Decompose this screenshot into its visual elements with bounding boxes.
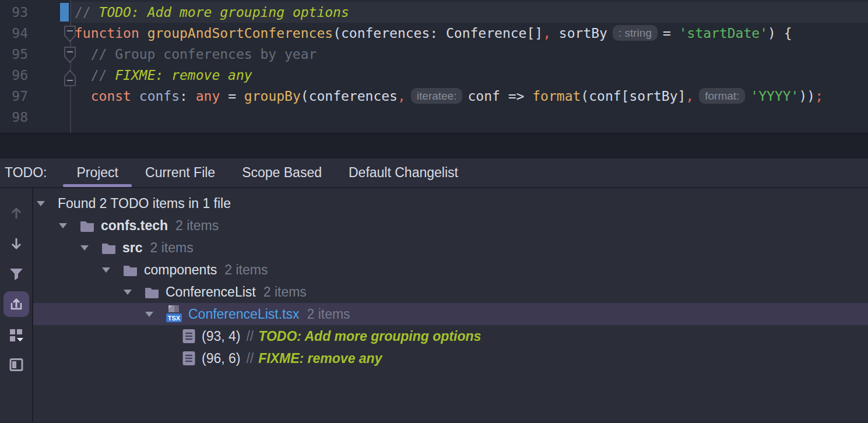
todo-comment: TODO: Add more grouping options bbox=[99, 5, 349, 20]
autoscroll-to-source-button[interactable] bbox=[3, 291, 29, 317]
chevron-expanded-icon[interactable] bbox=[58, 222, 68, 229]
fixme-comment: FIXME: remove any bbox=[115, 68, 252, 83]
todo-toolwindow-header: TODO: Project Current File Scope Based D… bbox=[0, 158, 868, 188]
comment-slashes: // bbox=[246, 351, 254, 366]
code-fragment: = bbox=[663, 26, 679, 41]
group-by-icon bbox=[8, 327, 24, 343]
preview-panel-icon bbox=[9, 357, 24, 372]
todo-toolwindow-body: Found 2 TODO items in 1 file confs.tech … bbox=[0, 188, 868, 422]
tab-label: Scope Based bbox=[242, 165, 322, 181]
line-number: 98 bbox=[0, 107, 28, 128]
code-text: // Group conferences by year bbox=[75, 44, 317, 65]
keyword: function bbox=[75, 26, 147, 41]
comment: // Group conferences by year bbox=[75, 47, 317, 62]
gutter-separator bbox=[70, 0, 71, 133]
previous-todo-button[interactable] bbox=[3, 200, 29, 226]
tree-node-src[interactable]: src 2 items bbox=[33, 237, 868, 259]
preview-source-button[interactable] bbox=[3, 352, 29, 378]
tree-node-conferencelist-tsx[interactable]: TSX ConferenceList.tsx 2 items bbox=[33, 303, 868, 325]
line-number: 97 bbox=[0, 86, 28, 107]
comma: , bbox=[686, 89, 694, 104]
code-line-93[interactable]: 93 // TODO: Add more grouping options bbox=[0, 2, 868, 23]
variable-name: confs bbox=[139, 89, 180, 104]
group-by-button[interactable] bbox=[3, 322, 29, 347]
todo-item-row[interactable]: (96, 6) // FIXME: remove any bbox=[33, 347, 868, 369]
folder-icon bbox=[101, 242, 116, 254]
line-number: 93 bbox=[0, 2, 28, 23]
code-editor[interactable]: 93 // TODO: Add more grouping options 94… bbox=[0, 0, 868, 133]
arrow-down-icon bbox=[9, 236, 24, 251]
code-line-97[interactable]: 97 const confs: any = groupBy(conference… bbox=[0, 86, 868, 107]
parameter-hint-inlay: format: bbox=[699, 88, 745, 104]
arrow-up-icon bbox=[9, 206, 24, 221]
folder-name: confs.tech bbox=[101, 218, 168, 234]
code-fragment: ) { bbox=[768, 26, 792, 41]
todo-message: FIXME: remove any bbox=[258, 351, 382, 366]
code-fragment: )) bbox=[799, 89, 815, 104]
code-line-95[interactable]: 95 // Group conferences by year bbox=[0, 44, 868, 65]
folder-name: ConferenceList bbox=[166, 284, 256, 300]
todo-location: (96, 6) bbox=[202, 351, 240, 366]
code-fragment: (conferences bbox=[301, 89, 398, 104]
folder-name: components bbox=[144, 262, 217, 278]
todo-message: TODO: Add more grouping options bbox=[258, 329, 481, 344]
comment-slashes: // bbox=[75, 5, 99, 20]
tab-default-changelist[interactable]: Default Changelist bbox=[335, 158, 472, 187]
todo-location: (93, 4) bbox=[202, 329, 240, 344]
keyword: const bbox=[91, 89, 139, 104]
tab-project[interactable]: Project bbox=[63, 158, 132, 187]
string-literal: 'YYYY' bbox=[750, 89, 799, 104]
chevron-expanded-icon[interactable] bbox=[80, 244, 89, 251]
tree-node-components[interactable]: components 2 items bbox=[33, 259, 868, 281]
any-type: any bbox=[196, 89, 220, 104]
line-number: 94 bbox=[0, 23, 28, 44]
function-name: groupAndSortConferences bbox=[147, 26, 333, 41]
item-count: 2 items bbox=[150, 240, 194, 256]
code-text: // FIXME: remove any bbox=[75, 65, 252, 86]
comma: , bbox=[398, 89, 406, 104]
todo-item-row[interactable]: (93, 4) // TODO: Add more grouping optio… bbox=[33, 325, 868, 347]
fold-start-icon[interactable] bbox=[63, 26, 77, 43]
tab-label: Current File bbox=[145, 165, 215, 181]
code-fragment: (conf[sortBy] bbox=[581, 89, 686, 104]
code-text: // TODO: Add more grouping options bbox=[75, 2, 349, 23]
todo-item-icon bbox=[182, 329, 195, 344]
todo-tree: Found 2 TODO items in 1 file confs.tech … bbox=[33, 188, 868, 422]
chevron-expanded-icon[interactable] bbox=[36, 200, 45, 207]
code-line-94[interactable]: 94 function groupAndSortConferences(conf… bbox=[0, 23, 868, 44]
item-count: 2 items bbox=[224, 262, 268, 278]
autoscroll-to-source-icon bbox=[9, 297, 24, 312]
tree-node-conferencelist-dir[interactable]: ConferenceList 2 items bbox=[33, 281, 868, 303]
code-fragment: : bbox=[180, 89, 196, 104]
code-text: const confs: any = groupBy(conferences,i… bbox=[75, 86, 823, 107]
code-line-96[interactable]: 96 // FIXME: remove any bbox=[0, 65, 868, 86]
chevron-expanded-icon[interactable] bbox=[101, 266, 111, 273]
item-count: 2 items bbox=[175, 218, 219, 234]
tab-current-file[interactable]: Current File bbox=[132, 158, 229, 187]
tab-scope-based[interactable]: Scope Based bbox=[229, 158, 335, 187]
fold-end-icon[interactable] bbox=[63, 69, 77, 86]
summary-text: Found 2 TODO items in 1 file bbox=[58, 196, 231, 211]
function-call: groupBy bbox=[244, 89, 301, 104]
editor-bottom-strip bbox=[0, 133, 868, 158]
code-fragment: conf => bbox=[468, 89, 532, 104]
todo-toolbar bbox=[0, 188, 33, 422]
caret-block bbox=[60, 3, 69, 22]
fold-start-icon[interactable] bbox=[63, 47, 77, 64]
tree-node-summary[interactable]: Found 2 TODO items in 1 file bbox=[33, 192, 868, 214]
next-todo-button[interactable] bbox=[3, 231, 29, 256]
tree-node-confs-tech[interactable]: confs.tech 2 items bbox=[33, 214, 868, 237]
filter-button[interactable] bbox=[3, 261, 29, 287]
tsx-file-icon: TSX bbox=[166, 305, 182, 323]
parameter-hint-inlay: iteratee: bbox=[411, 88, 463, 104]
code-line-98[interactable]: 98 bbox=[0, 107, 868, 128]
code-fragment: (conferences: Conference[] bbox=[333, 26, 543, 41]
indent bbox=[75, 89, 91, 104]
chevron-expanded-icon[interactable] bbox=[123, 288, 132, 295]
chevron-expanded-icon[interactable] bbox=[145, 311, 154, 318]
string-literal: 'startDate' bbox=[679, 26, 768, 41]
folder-icon bbox=[80, 220, 94, 232]
indent bbox=[75, 68, 91, 83]
folder-name: src bbox=[122, 240, 143, 256]
folder-icon bbox=[145, 286, 159, 298]
